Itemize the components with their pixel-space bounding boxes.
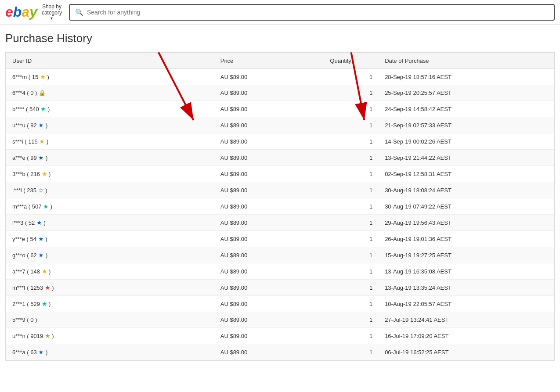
table-row: g***o ( 62 ★ )AU $89.00115-Aug-19 19:27:…: [6, 247, 554, 263]
table-row: 2***1 ( 529 ★ )AU $89.00110-Aug-19 22:05…: [6, 296, 554, 312]
cell-date: 30-Aug-19 07:49:22 AEST: [379, 198, 554, 215]
cell-price: AU $89.00: [214, 166, 324, 182]
cell-date: 15-Aug-19 19:27:25 AEST: [379, 247, 554, 263]
search-bar[interactable]: 🔍: [69, 4, 555, 21]
cell-date: 21-Sep-19 02:57:33 AEST: [379, 117, 554, 133]
shop-by-sublabel: category: [42, 10, 62, 16]
cell-price: AU $89.00: [214, 85, 324, 101]
cell-quantity: 1: [324, 133, 379, 150]
cell-quantity: 1: [324, 117, 379, 133]
star-icon: ★: [43, 203, 49, 210]
user-id-text: 6***a: [12, 349, 25, 356]
table-row: 6***m ( 15 ★ )AU $89.00128-Sep-19 18:57:…: [6, 69, 554, 85]
cell-price: AU $89.00: [214, 69, 324, 85]
user-id-text: g***o: [12, 252, 25, 259]
cell-userid: m***a ( 507 ★ ): [6, 198, 214, 215]
logo-b1: b: [13, 4, 22, 20]
cell-date: 27-Jul-19 13:24:41 AEST: [379, 312, 554, 328]
shop-by-category[interactable]: Shop by category ▾: [42, 4, 62, 21]
cell-price: AU $89.00: [214, 215, 324, 231]
cell-date: 13-Aug-19 13:35:24 AEST: [379, 280, 554, 296]
star-icon: ★: [45, 332, 51, 339]
cell-date: 10-Aug-19 22:05:57 AEST: [379, 296, 554, 312]
table-row: m***a ( 507 ★ )AU $89.00130-Aug-19 07:49…: [6, 198, 554, 215]
cell-quantity: 1: [324, 182, 379, 198]
logo-y: y: [29, 4, 37, 20]
cell-userid: b**** ( 540 ★ ): [6, 101, 214, 117]
table-row: 5***9 ( 0 )AU $89.00127-Jul-19 13:24:41 …: [6, 312, 554, 328]
cell-price: AU $89.00: [214, 182, 324, 198]
star-icon: ★: [38, 122, 44, 129]
star-icon: ★: [38, 154, 44, 161]
cell-price: AU $89.00: [214, 312, 324, 328]
cell-userid: y***e ( 54 ★ ): [6, 231, 214, 247]
cell-userid: 6***4 ( 0 ) 🔒: [6, 85, 214, 101]
table-row: .***i ( 235 ☆ )AU $89.00130-Aug-19 18:08…: [6, 182, 554, 198]
cell-quantity: 1: [324, 247, 379, 263]
cell-date: 26-Aug-19 19:01:36 AEST: [379, 231, 554, 247]
cell-quantity: 1: [324, 312, 379, 328]
shop-by-label: Shop by: [42, 4, 61, 10]
cell-price: AU $89.00: [214, 296, 324, 312]
user-id-text: u***n: [12, 333, 25, 339]
search-input[interactable]: [87, 9, 549, 16]
star-icon: ☆: [38, 187, 44, 194]
cell-userid: .***i ( 235 ☆ ): [6, 182, 214, 198]
star-icon: ★: [45, 284, 51, 291]
cell-quantity: 1: [324, 85, 379, 101]
cell-userid: 6***a ( 63 ★ ): [6, 344, 214, 360]
user-id-text: 6***4: [12, 90, 25, 96]
user-id-text: 3***b: [12, 171, 25, 177]
cell-quantity: 1: [324, 198, 379, 215]
star-icon: ★: [38, 349, 44, 356]
cell-quantity: 1: [324, 101, 379, 117]
table-row: y***e ( 54 ★ )AU $89.00126-Aug-19 19:01:…: [6, 231, 554, 247]
cell-quantity: 1: [324, 166, 379, 182]
table-row: b**** ( 540 ★ )AU $89.00124-Sep-19 14:58…: [6, 101, 554, 117]
search-icon: 🔍: [75, 8, 83, 16]
table-row: u***n ( 9019 ★ )AU $89.00116-Jul-19 17:0…: [6, 328, 554, 344]
table-row: 6***a ( 63 ★ )AU $89.00106-Jul-19 16:52:…: [6, 344, 554, 360]
cell-price: AU $89.00: [214, 263, 324, 280]
badge-icon: 🔒: [39, 90, 46, 96]
cell-quantity: 1: [324, 215, 379, 231]
table-body: 6***m ( 15 ★ )AU $89.00128-Sep-19 18:57:…: [6, 69, 554, 360]
user-id-text: 6***m: [12, 74, 27, 80]
col-header-date: Date of Purchase: [379, 53, 554, 69]
table-row: 3***b ( 216 ★ )AU $89.00102-Sep-19 12:58…: [6, 166, 554, 182]
page-title: Purchase History: [5, 32, 555, 45]
star-icon: ★: [40, 73, 46, 80]
cell-date: 13-Sep-19 21:44:22 AEST: [379, 150, 554, 166]
user-id-text: m***f: [12, 284, 25, 291]
table-row: s***i ( 115 ★ )AU $89.00114-Sep-19 00:02…: [6, 133, 554, 150]
table-row: m***f ( 1253 ★ )AU $89.00113-Aug-19 13:3…: [6, 280, 554, 296]
cell-quantity: 1: [324, 69, 379, 85]
cell-userid: 5***9 ( 0 ): [6, 312, 214, 328]
cell-price: AU $89.00: [214, 133, 324, 150]
user-id-text: l***3: [12, 219, 23, 226]
user-id-text: a***7: [12, 268, 25, 275]
cell-date: 13-Aug-19 16:35:08 AEST: [379, 263, 554, 280]
cell-price: AU $89.00: [214, 231, 324, 247]
cell-quantity: 1: [324, 328, 379, 344]
col-header-userid: User ID: [6, 53, 214, 69]
col-header-quantity: Quantity: [324, 53, 379, 69]
star-icon: ★: [38, 235, 44, 242]
user-id-text: s***i: [12, 138, 23, 145]
cell-price: AU $89.00: [214, 150, 324, 166]
table-header-row: User ID Price Quantity Date of Purchase: [6, 53, 554, 69]
table-row: l***3 ( 52 ★ )AU $89.00129-Aug-19 19:56:…: [6, 215, 554, 231]
ebay-logo[interactable]: ebay: [5, 4, 37, 20]
cell-userid: u***n ( 9019 ★ ): [6, 328, 214, 344]
cell-quantity: 1: [324, 231, 379, 247]
purchase-history-table: User ID Price Quantity Date of Purchase …: [6, 53, 554, 360]
cell-date: 24-Sep-19 14:58:42 AEST: [379, 101, 554, 117]
logo-e: e: [5, 4, 13, 20]
cell-price: AU $89.00: [214, 280, 324, 296]
table-row: a***e ( 99 ★ )AU $89.00113-Sep-19 21:44:…: [6, 150, 554, 166]
cell-userid: s***i ( 115 ★ ): [6, 133, 214, 150]
cell-userid: 6***m ( 15 ★ ): [6, 69, 214, 85]
cell-userid: u***u ( 92 ★ ): [6, 117, 214, 133]
star-icon: ★: [42, 268, 47, 275]
col-header-price: Price: [214, 53, 324, 69]
